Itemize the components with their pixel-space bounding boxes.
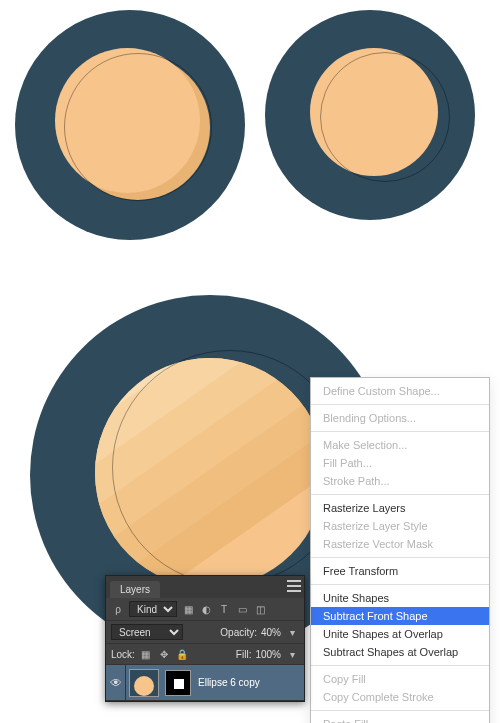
menu-item: Define Custom Shape... [311, 382, 489, 400]
layer-row[interactable]: 👁 Ellipse 6 copy [106, 665, 304, 701]
menu-item[interactable]: Unite Shapes [311, 589, 489, 607]
filter-shape-icon[interactable]: ▭ [235, 602, 249, 616]
chevron-down-icon[interactable]: ▾ [285, 625, 299, 639]
menu-separator [311, 710, 489, 711]
panel-menu-icon[interactable] [287, 579, 301, 593]
menu-separator [311, 494, 489, 495]
opacity-label: Opacity: [220, 627, 257, 638]
lock-row: Lock: ▦ ✥ 🔒 Fill: 100% ▾ [106, 644, 304, 665]
layer-mask-thumbnail[interactable] [165, 670, 191, 696]
menu-item: Make Selection... [311, 436, 489, 454]
menu-item[interactable]: Subtract Shapes at Overlap [311, 643, 489, 661]
menu-item[interactable]: Free Transform [311, 562, 489, 580]
menu-item: Copy Complete Stroke [311, 688, 489, 706]
search-icon[interactable]: ρ [111, 602, 125, 616]
blend-mode-select[interactable]: Screen [111, 624, 183, 640]
filter-row: ρ Kind ▦ ◐ T ▭ ◫ [106, 598, 304, 621]
menu-item: Rasterize Layer Style [311, 517, 489, 535]
menu-item[interactable]: Subtract Front Shape [311, 607, 489, 625]
layers-panel: Layers ρ Kind ▦ ◐ T ▭ ◫ Screen Opacity: … [105, 575, 305, 702]
kind-select[interactable]: Kind [129, 601, 177, 617]
visibility-eye-icon[interactable]: 👁 [106, 665, 126, 700]
menu-item: Paste Fill [311, 715, 489, 723]
lock-label: Lock: [111, 649, 135, 660]
menu-item: Copy Fill [311, 670, 489, 688]
fill-value[interactable]: 100% [255, 649, 281, 660]
selection-outline [64, 53, 212, 201]
chevron-down-icon[interactable]: ▾ [285, 647, 299, 661]
fill-label: Fill: [236, 649, 252, 660]
menu-separator [311, 404, 489, 405]
panel-tabbar: Layers [106, 576, 304, 598]
selection-outline [320, 52, 450, 182]
menu-item: Stroke Path... [311, 472, 489, 490]
opacity-value[interactable]: 40% [261, 627, 281, 638]
lock-pixels-icon[interactable]: ▦ [139, 647, 153, 661]
menu-item: Blending Options... [311, 409, 489, 427]
menu-item: Rasterize Vector Mask [311, 535, 489, 553]
blend-row: Screen Opacity: 40% ▾ [106, 621, 304, 644]
context-menu: Define Custom Shape...Blending Options..… [310, 377, 490, 723]
menu-separator [311, 557, 489, 558]
tab-layers[interactable]: Layers [110, 581, 160, 598]
filter-adjust-icon[interactable]: ◐ [199, 602, 213, 616]
lock-all-icon[interactable]: 🔒 [175, 647, 189, 661]
filter-pixel-icon[interactable]: ▦ [181, 602, 195, 616]
layer-name[interactable]: Ellipse 6 copy [194, 677, 260, 688]
layer-thumbnail[interactable] [129, 669, 159, 697]
filter-type-icon[interactable]: T [217, 602, 231, 616]
menu-item[interactable]: Rasterize Layers [311, 499, 489, 517]
lock-position-icon[interactable]: ✥ [157, 647, 171, 661]
menu-separator [311, 584, 489, 585]
menu-item: Fill Path... [311, 454, 489, 472]
filter-smart-icon[interactable]: ◫ [253, 602, 267, 616]
menu-separator [311, 431, 489, 432]
menu-separator [311, 665, 489, 666]
menu-item[interactable]: Unite Shapes at Overlap [311, 625, 489, 643]
